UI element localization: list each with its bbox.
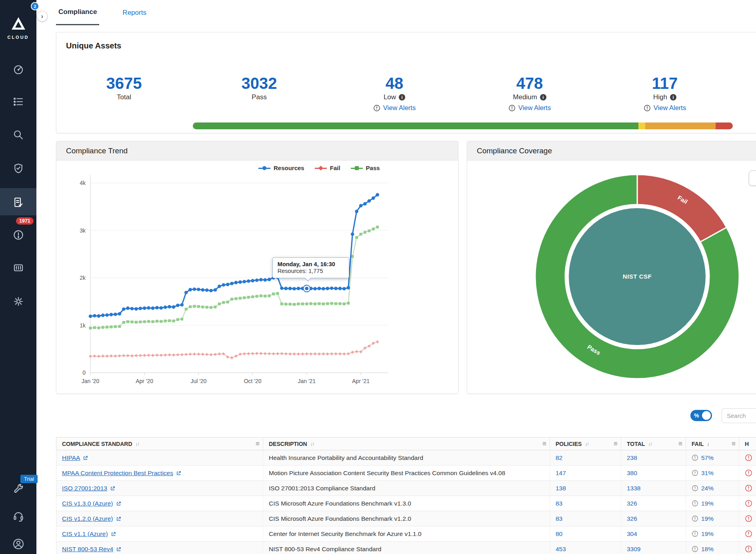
sort-desc-icon[interactable]: ↓	[707, 441, 710, 447]
sort-icon[interactable]: ↓↑	[310, 441, 314, 447]
stat-pass: 3032 Pass	[192, 74, 327, 112]
legend-marker	[315, 165, 327, 171]
sidebar-item-tools[interactable]	[11, 482, 26, 496]
column-label: H	[745, 441, 749, 447]
tab-compliance[interactable]: Compliance	[56, 0, 99, 25]
alert-circle-icon	[12, 229, 24, 241]
table-row: NIST 800-53 Rev4 NIST 800-53 Rev4 Compli…	[56, 542, 756, 554]
table-row: CIS v1.3.0 (Azure) CIS Microsoft Azure F…	[56, 496, 756, 511]
policies-link[interactable]: 80	[556, 530, 562, 537]
legend-item-pass[interactable]: Pass	[351, 165, 380, 171]
total-link[interactable]: 304	[627, 530, 637, 537]
column-menu-icon[interactable]: ≡	[542, 440, 546, 448]
unique-assets-card: Unique Assets 3675 Total 3032 Pass 48 Lo…	[56, 32, 756, 133]
sort-icon[interactable]: ↓↑	[585, 441, 588, 447]
column-menu-icon[interactable]: ≡	[732, 440, 736, 448]
sidebar-item-alerts[interactable]	[11, 228, 26, 242]
standard-link[interactable]: CIS v1.2.0 (Azure)	[62, 515, 113, 522]
sidebar-item-settings[interactable]	[11, 294, 26, 309]
fail-link[interactable]: 18%	[701, 546, 714, 553]
alert-circle-icon	[692, 470, 698, 476]
trend-chart-svg[interactable]: 01k2k3k4kJan '20Apr '20Jul '20Oct '20Jan…	[56, 161, 458, 394]
policies-link[interactable]: 138	[556, 485, 566, 492]
alert-circle-icon	[508, 104, 516, 112]
legend-item-fail[interactable]: Fail	[315, 165, 340, 171]
stat-label: Total	[56, 93, 192, 101]
container-icon	[12, 262, 24, 274]
fail-link[interactable]: 19%	[701, 530, 714, 538]
alert-circle-icon	[745, 454, 752, 462]
wrench-icon	[12, 483, 24, 495]
column-header-6[interactable]: H	[739, 438, 756, 450]
standard-link[interactable]: ISO 27001:2013	[62, 485, 107, 492]
legend-label: Pass	[366, 165, 380, 171]
fail-link[interactable]: 31%	[701, 470, 714, 477]
sidebar-item-compute[interactable]	[11, 261, 26, 275]
stat-value: 478	[462, 74, 597, 92]
sidebar-item-policies[interactable]	[11, 161, 26, 176]
alerts-count-badge: 1971	[16, 217, 34, 225]
sidebar-item-dashboard[interactable]	[11, 62, 26, 76]
info-icon[interactable]: i	[540, 94, 546, 100]
column-menu-icon[interactable]: ≡	[678, 440, 682, 448]
legend-item-resources[interactable]: Resources	[258, 165, 304, 171]
view-alerts-link[interactable]: View Alerts	[597, 104, 732, 112]
coverage-card-title: Compliance Coverage	[467, 141, 756, 161]
coverage-donut-svg[interactable]: FailPassNIST CSF	[467, 161, 756, 393]
panel-edge-button[interactable]	[749, 171, 756, 186]
external-link-icon	[110, 486, 115, 491]
policies-link[interactable]: 147	[556, 470, 566, 476]
sort-icon[interactable]: ↓↑	[648, 441, 652, 447]
fail-link[interactable]: 24%	[701, 485, 714, 492]
sidebar-item-investigate[interactable]	[11, 128, 26, 142]
info-icon[interactable]: i	[670, 94, 676, 100]
sidebar-expand-button[interactable]: ›	[37, 11, 48, 22]
column-header-3[interactable]: POLICIES↓↑≡	[550, 438, 621, 450]
standard-link[interactable]: HIPAA	[62, 454, 80, 461]
sidebar-item-profile[interactable]	[11, 537, 26, 551]
sort-icon[interactable]: ↓↑	[136, 441, 139, 447]
svg-text:3k: 3k	[80, 227, 86, 234]
column-header-2[interactable]: DESCRIPTION↓↑≡	[263, 438, 550, 450]
tab-reports[interactable]: Reports	[120, 0, 149, 25]
standard-link[interactable]: MPAA Content Protection Best Practices	[62, 470, 173, 476]
trend-card-title: Compliance Trend	[56, 141, 458, 161]
total-link[interactable]: 326	[627, 500, 637, 507]
assets-distribution-bar	[193, 122, 733, 129]
total-link[interactable]: 380	[627, 470, 637, 476]
fail-link[interactable]: 57%	[701, 454, 714, 462]
standard-link[interactable]: NIST 800-53 Rev4	[62, 546, 113, 552]
column-menu-icon[interactable]: ≡	[614, 440, 618, 448]
total-link[interactable]: 1338	[627, 485, 640, 492]
fail-link[interactable]: 19%	[701, 515, 714, 522]
alert-circle-icon	[745, 469, 752, 477]
info-icon[interactable]: i	[399, 94, 405, 100]
search-input[interactable]	[722, 408, 756, 423]
sidebar-item-inventory[interactable]	[11, 94, 26, 109]
column-header-4[interactable]: TOTAL↓↑≡	[621, 438, 686, 450]
percent-toggle[interactable]: %	[690, 410, 712, 421]
total-link[interactable]: 326	[627, 515, 637, 522]
stat-label: Mediumi	[462, 93, 597, 101]
column-header-5[interactable]: FAIL↓≡	[686, 438, 739, 450]
stat-value: 48	[327, 74, 462, 92]
external-link-icon	[111, 532, 116, 537]
view-alerts-link[interactable]: View Alerts	[327, 104, 462, 112]
policies-link[interactable]: 453	[556, 546, 566, 552]
policies-link[interactable]: 83	[556, 515, 562, 522]
sidebar-item-support[interactable]	[11, 509, 26, 524]
standard-link[interactable]: CIS v1.1 (Azure)	[62, 530, 108, 537]
trend-chart-region: Resources Fail Pass 01k2k3k4kJan '20Apr …	[56, 161, 458, 394]
column-menu-icon[interactable]: ≡	[256, 440, 260, 448]
alert-circle-icon	[692, 454, 698, 461]
fail-link[interactable]: 19%	[701, 500, 714, 507]
sidebar-item-compliance[interactable]	[11, 195, 26, 210]
total-link[interactable]: 3309	[627, 546, 640, 552]
policies-link[interactable]: 82	[556, 454, 562, 461]
column-header-1[interactable]: COMPLIANCE STANDARD↓↑≡	[56, 438, 263, 450]
total-link[interactable]: 238	[627, 454, 637, 461]
app-logo[interactable]: CLOUD	[0, 16, 36, 40]
view-alerts-link[interactable]: View Alerts	[462, 104, 597, 112]
standard-link[interactable]: CIS v1.3.0 (Azure)	[62, 500, 113, 507]
policies-link[interactable]: 83	[556, 500, 562, 507]
